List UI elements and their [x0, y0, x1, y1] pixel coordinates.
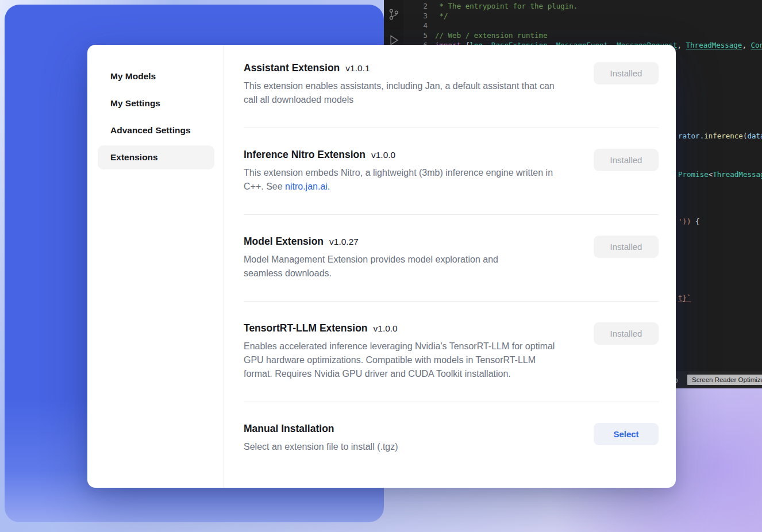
- code-token: ThreadMessage: [713, 170, 762, 179]
- code-token: // Web / extension runtime: [435, 31, 548, 40]
- settings-sidebar: My Models My Settings Advanced Settings …: [87, 45, 224, 488]
- code-token: * The entrypoint for the plugin.: [435, 2, 578, 10]
- line-number: 3: [403, 11, 428, 21]
- select-file-button[interactable]: Select: [594, 423, 659, 445]
- extension-row-assistant: Assistant Extensionv1.0.1 This extension…: [244, 54, 659, 128]
- code-token: t}`: [678, 294, 691, 302]
- code-line: 3 */: [403, 11, 762, 21]
- extension-heading: Assistant Extensionv1.0.1: [244, 62, 557, 74]
- code-fragment: Promise<ThreadMessage>: [678, 170, 762, 179]
- extension-heading: Inference Nitro Extensionv1.0.0: [244, 149, 557, 161]
- extension-name: Assistant Extension: [244, 62, 340, 74]
- code-fragment: t}`: [678, 294, 691, 302]
- screen-reader-chip[interactable]: Screen Reader Optimized: [687, 375, 762, 385]
- extension-row-tensorrt: TensortRT-LLM Extensionv1.0.0 Enables ac…: [244, 302, 659, 402]
- source-control-icon[interactable]: [387, 7, 400, 24]
- line-number: 2: [403, 1, 428, 11]
- manual-installation-description: Select an extension file to install (.tg…: [244, 440, 398, 454]
- extension-version: v1.0.0: [374, 323, 398, 333]
- line-number: 5: [403, 30, 428, 40]
- nitro-jan-ai-link[interactable]: nitro.jan.ai.: [285, 182, 330, 191]
- extension-info: Manual Installation Select an extension …: [244, 423, 398, 454]
- sidebar-item-my-models[interactable]: My Models: [98, 64, 214, 88]
- extension-name: TensortRT-LLM Extension: [244, 322, 368, 334]
- extension-info: Assistant Extensionv1.0.1 This extension…: [244, 62, 557, 107]
- extension-description: This extension enables assistants, inclu…: [244, 79, 557, 107]
- extension-description: Model Management Extension provides mode…: [244, 253, 508, 280]
- extension-info: Inference Nitro Extensionv1.0.0 This ext…: [244, 149, 557, 194]
- extension-row-nitro: Inference Nitro Extensionv1.0.0 This ext…: [244, 128, 659, 215]
- code-token: Promise: [678, 170, 709, 179]
- code-token: ,: [678, 41, 686, 49]
- code-fragment: rator.inference(data));: [678, 132, 762, 140]
- code-token: {: [691, 217, 700, 226]
- code-token: */: [435, 11, 448, 20]
- manual-installation-row: Manual Installation Select an extension …: [244, 402, 659, 475]
- extension-info: Model Extensionv1.0.27 Model Management …: [244, 236, 508, 280]
- extension-heading: Model Extensionv1.0.27: [244, 236, 508, 248]
- extension-name: Inference Nitro Extension: [244, 149, 365, 160]
- extensions-panel: Assistant Extensionv1.0.1 This extension…: [224, 45, 676, 488]
- sidebar-item-advanced-settings[interactable]: Advanced Settings: [98, 118, 214, 142]
- extension-version: v1.0.0: [371, 150, 395, 160]
- code-line: 4: [403, 21, 762, 30]
- sidebar-item-my-settings[interactable]: My Settings: [98, 91, 214, 115]
- extension-row-model: Model Extensionv1.0.27 Model Management …: [244, 215, 659, 302]
- extension-description: Enables accelerated inference leveraging…: [244, 340, 557, 381]
- extension-description: This extension embeds Nitro, a lightweig…: [244, 166, 557, 194]
- line-number: 4: [403, 21, 428, 30]
- extension-name: Model Extension: [244, 236, 324, 247]
- installed-button[interactable]: Installed: [594, 149, 659, 171]
- extension-version: v1.0.1: [345, 63, 370, 73]
- code-line: 2 * The entrypoint for the plugin.: [403, 1, 762, 11]
- manual-installation-heading: Manual Installation: [244, 423, 398, 435]
- sidebar-item-extensions[interactable]: Extensions: [98, 145, 214, 169]
- code-fragment: ')) {: [678, 217, 700, 226]
- manual-installation-title: Manual Installation: [244, 423, 334, 434]
- code-token: data: [747, 132, 762, 140]
- code-token: ThreadMessage: [686, 41, 742, 49]
- code-line: 5// Web / extension runtime: [403, 30, 762, 40]
- code-lines: 2 * The entrypoint for the plugin.3 */4 …: [403, 1, 762, 50]
- installed-button[interactable]: Installed: [594, 62, 659, 84]
- code-token: ContentType: [751, 41, 762, 49]
- installed-button[interactable]: Installed: [594, 236, 659, 258]
- extension-info: TensortRT-LLM Extensionv1.0.0 Enables ac…: [244, 322, 557, 381]
- code-token: rator.: [678, 132, 704, 140]
- code-token: ')): [678, 217, 691, 226]
- extension-heading: TensortRT-LLM Extensionv1.0.0: [244, 322, 557, 334]
- code-token: ,: [742, 41, 751, 49]
- settings-modal: My Models My Settings Advanced Settings …: [87, 45, 676, 488]
- extension-version: v1.0.27: [329, 237, 359, 246]
- installed-button[interactable]: Installed: [594, 322, 659, 345]
- code-token: inference: [704, 132, 743, 140]
